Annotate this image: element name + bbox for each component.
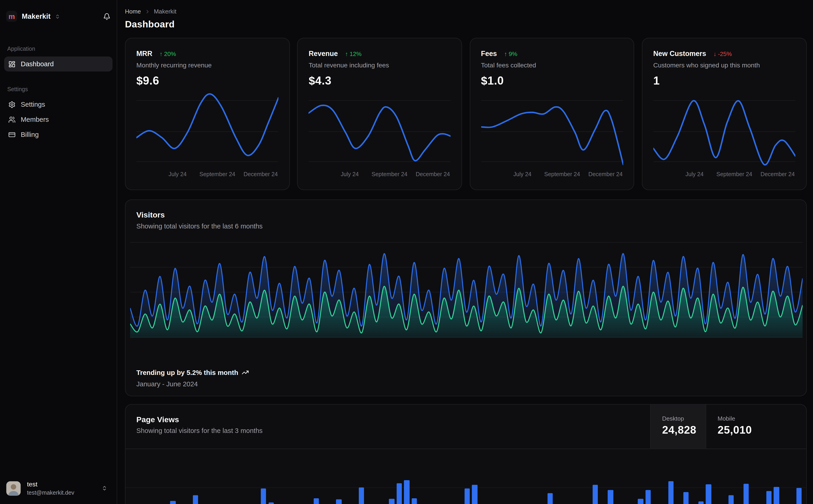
- bar: [646, 490, 651, 504]
- visitors-trend: Trending up by 5.2% this month: [136, 369, 249, 376]
- trending-up-icon: [242, 369, 249, 376]
- bar: [170, 501, 175, 504]
- toggle-desktop[interactable]: Desktop 24,828: [650, 404, 706, 448]
- dashboard-icon: [8, 60, 16, 68]
- mobile-label: Mobile: [718, 415, 806, 421]
- stat-title: Fees: [481, 50, 497, 58]
- bar: [796, 488, 802, 504]
- workspace-selector[interactable]: m Makerkit: [0, 0, 117, 25]
- svg-text:July 24: July 24: [513, 171, 531, 177]
- visitors-card: Visitors Showing total visitors for the …: [125, 199, 807, 396]
- sidebar-item-label: Billing: [21, 130, 39, 138]
- bar: [412, 498, 417, 504]
- stat-subtitle: Total revenue including fees: [309, 62, 451, 69]
- bar: [593, 485, 598, 504]
- trend-badge: ↑20%: [159, 50, 176, 57]
- bar: [336, 499, 341, 504]
- svg-text:December 24: December 24: [760, 171, 795, 177]
- stats-row: MRR ↑20% Monthly recurring revenue $9.6 …: [125, 38, 807, 190]
- bar: [404, 480, 409, 504]
- bell-icon[interactable]: [103, 13, 110, 20]
- bar: [706, 484, 711, 504]
- page-views-bar-chart: [125, 459, 806, 504]
- mrr-sparkline-chart: July 24September 24December 24: [136, 90, 278, 178]
- bar: [397, 483, 402, 504]
- stat-title: Revenue: [309, 50, 338, 58]
- bar: [547, 493, 553, 504]
- bar: [261, 488, 266, 504]
- visitors-subtitle: Showing total visitors for the last 6 mo…: [136, 222, 806, 230]
- bar: [744, 484, 749, 504]
- bar: [464, 488, 470, 504]
- stat-title: New Customers: [653, 50, 706, 58]
- bar: [729, 495, 734, 504]
- trend-badge: ↓-25%: [714, 50, 732, 57]
- main-content: Home Makerkit Dashboard MRR ↑20% Monthly…: [118, 0, 813, 504]
- user-name: test: [27, 481, 74, 488]
- user-menu[interactable]: test test@makerkit.dev: [0, 475, 117, 504]
- svg-text:December 24: December 24: [588, 171, 623, 177]
- stat-subtitle: Monthly recurring revenue: [136, 62, 278, 69]
- section-label-settings: Settings: [0, 86, 117, 92]
- bar: [314, 498, 319, 504]
- revenue-sparkline-chart: July 24September 24December 24: [309, 90, 451, 178]
- bar: [359, 487, 364, 504]
- arrow-up-icon: ↑: [345, 50, 348, 57]
- svg-text:July 24: July 24: [168, 171, 186, 177]
- bar: [268, 502, 274, 504]
- sidebar-item-members[interactable]: Members: [4, 112, 112, 127]
- arrow-up-icon: ↑: [504, 50, 507, 57]
- svg-text:December 24: December 24: [244, 171, 278, 177]
- section-label-application: Application: [0, 46, 117, 52]
- user-email: test@makerkit.dev: [27, 490, 74, 496]
- makerkit-logo: m: [6, 11, 17, 22]
- page-title: Dashboard: [125, 19, 807, 30]
- bar: [766, 491, 771, 504]
- trend-badge: ↑12%: [345, 50, 362, 57]
- svg-text:September 24: September 24: [716, 171, 752, 177]
- stat-value: $1.0: [481, 74, 623, 88]
- users-icon: [8, 116, 16, 123]
- visitors-area-chart: [130, 239, 802, 337]
- trend-badge: ↑9%: [504, 50, 517, 57]
- svg-text:July 24: July 24: [685, 171, 704, 177]
- arrow-up-icon: ↑: [159, 50, 162, 57]
- breadcrumb-home[interactable]: Home: [125, 8, 141, 14]
- new-customers-sparkline-chart: July 24September 24December 24: [653, 90, 795, 178]
- stat-title: MRR: [136, 50, 152, 58]
- bar: [193, 495, 198, 504]
- sidebar-item-label: Members: [21, 116, 49, 123]
- bar: [683, 492, 689, 504]
- bar: [699, 501, 704, 504]
- stat-subtitle: Total fees collected: [481, 62, 623, 69]
- svg-text:September 24: September 24: [544, 171, 580, 177]
- sidebar-item-dashboard[interactable]: Dashboard: [4, 56, 112, 72]
- sidebar-item-billing[interactable]: Billing: [4, 127, 112, 142]
- svg-text:July 24: July 24: [341, 171, 359, 177]
- desktop-value: 24,828: [662, 424, 706, 436]
- stat-card-fees: Fees ↑9% Total fees collected $1.0 July …: [469, 38, 634, 190]
- nav-settings: Settings Members Billing: [0, 97, 117, 142]
- toggle-mobile[interactable]: Mobile 25,010: [706, 404, 806, 448]
- visitors-title: Visitors: [136, 210, 806, 219]
- bar: [668, 481, 674, 504]
- breadcrumb-current: Makerkit: [154, 8, 176, 14]
- arrow-down-icon: ↓: [714, 50, 717, 57]
- settings-icon: [8, 101, 16, 108]
- bar: [472, 485, 477, 504]
- stat-value: $4.3: [309, 74, 451, 88]
- page-views-card: Page Views Showing total visitors for th…: [125, 404, 807, 504]
- sidebar: m Makerkit Application Dashboard Setting…: [0, 0, 117, 504]
- stat-card-mrr: MRR ↑20% Monthly recurring revenue $9.6 …: [125, 38, 290, 190]
- gridline: [125, 487, 806, 488]
- app-window: m Makerkit Application Dashboard Setting…: [0, 0, 813, 504]
- sidebar-item-settings[interactable]: Settings: [4, 97, 112, 112]
- bar: [608, 490, 613, 504]
- workspace-name: Makerkit: [22, 12, 50, 20]
- svg-text:September 24: September 24: [372, 171, 408, 177]
- breadcrumb: Home Makerkit: [125, 8, 807, 14]
- sidebar-item-label: Dashboard: [21, 60, 54, 68]
- fees-sparkline-chart: July 24September 24December 24: [481, 90, 623, 178]
- credit-card-icon: [8, 131, 16, 138]
- nav-application: Dashboard: [0, 56, 117, 72]
